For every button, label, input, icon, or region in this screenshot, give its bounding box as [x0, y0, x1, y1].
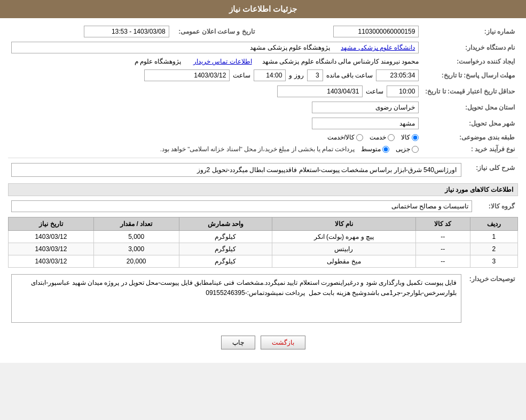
reply-time-label: ساعت	[233, 72, 250, 79]
buyer-org-value: دانشگاه علوم پزشکی مشهد پژوهشگاه علوم پز…	[8, 40, 422, 56]
table-header-row: ردیف کد کالا نام کالا واحد شمارش تعداد /…	[9, 217, 518, 231]
reply-deadline-label: مهلت ارسال پاسخ: تا تاریخ:	[422, 67, 518, 83]
category-goods-radio[interactable]	[412, 134, 419, 141]
cell-product-code: --	[415, 231, 470, 243]
delivery-city-label: شهر محل تحویل:	[422, 115, 518, 131]
cell-unit: کیلوگرم	[179, 231, 272, 243]
category-goods-option[interactable]: کالا	[401, 134, 419, 141]
cell-product-name: میخ مقطولی	[272, 255, 415, 268]
cell-unit: کیلوگرم	[179, 243, 272, 255]
row-requester: ایجاد کننده درخواست: محمود نیرومند کارشن…	[8, 56, 518, 67]
cell-quantity: 20,000	[93, 255, 179, 268]
row-goods-group: گروه کالا: تاسیسات و مصالح ساختمانی	[8, 198, 518, 214]
delivery-province-value: خراسان رضوی	[8, 99, 422, 115]
page-wrapper: جزئیات اطلاعات نیاز شماره نیاز: 11030000…	[0, 0, 526, 363]
table-row: 3 -- میخ مقطولی کیلوگرم 20,000 1403/03/1…	[9, 255, 518, 268]
price-time-label: ساعت	[366, 88, 383, 95]
goods-info-section: اطلاعات کالاهای مورد نیاز گروه کالا: تاس…	[8, 183, 518, 268]
reply-remaining-box: 23:05:34	[376, 69, 419, 81]
cell-row-num: 2	[470, 243, 517, 255]
col-need-date: تاریخ نیاز	[9, 217, 94, 231]
main-content: شماره نیاز: 1103000060000159 تاریخ و ساع…	[0, 18, 526, 363]
process-label: نوع فرآیند خرید :	[422, 143, 518, 155]
products-table: ردیف کد کالا نام کالا واحد شمارش تعداد /…	[8, 217, 518, 268]
table-row: 1 -- پیچ و مهره (بولت) انکر کیلوگرم 5,00…	[9, 231, 518, 243]
process-medium-option[interactable]: متوسط	[361, 145, 389, 153]
category-goods-label: کالا	[401, 134, 410, 141]
row-delivery-province: استان محل تحویل: خراسان رضوی	[8, 99, 518, 115]
reply-days-label: روز و	[289, 72, 303, 79]
print-button[interactable]: چاپ	[221, 336, 255, 349]
cell-row-num: 3	[470, 255, 517, 268]
buyer-org-label: نام دستگاه خریدار:	[422, 40, 518, 56]
row-process-type: نوع فرآیند خرید : جزیی متوسط	[8, 143, 518, 155]
need-summary-label: شرح کلی نیاز:	[465, 161, 518, 179]
page-header: جزئیات اطلاعات نیاز	[0, 0, 526, 18]
back-button[interactable]: بازگشت	[261, 336, 305, 349]
need-number-box: 1103000060000159	[333, 26, 419, 37]
col-unit: واحد شمارش	[179, 217, 272, 231]
row-buyer-notes: توصیحات خریدار:	[8, 272, 518, 326]
cell-quantity: 3,000	[93, 243, 179, 255]
buyer-org-box: دانشگاه علوم پزشکی مشهد پژوهشگاه علوم پز…	[11, 42, 419, 53]
category-both-radio[interactable]	[356, 134, 363, 141]
process-partial-option[interactable]: جزیی	[396, 145, 419, 153]
need-summary-value: اورژانس540 شرق-ابزار براساس مشخصات پیوست…	[8, 161, 465, 179]
reply-time-box: 14:00	[254, 69, 286, 81]
buyer-notes-textarea[interactable]	[11, 274, 461, 323]
col-quantity: تعداد / مقدار	[93, 217, 179, 231]
goods-group-box: تاسیسات و مصالح ساختمانی	[11, 200, 472, 212]
buyer-notes-table: توصیحات خریدار:	[8, 272, 518, 326]
delivery-city-box: مشهد	[312, 118, 419, 129]
col-product-name: نام کالا	[272, 217, 415, 231]
buyer-notes-label: توصیحات خریدار:	[465, 272, 518, 326]
category-both-option[interactable]: کالا/خدمت	[327, 134, 363, 141]
reply-days-box: 3	[307, 69, 323, 81]
price-date-box: 1403/04/31	[277, 85, 363, 97]
cell-product-code: --	[415, 255, 470, 268]
need-summary-box: اورژانس540 شرق-ابزار براساس مشخصات پیوست…	[11, 163, 461, 177]
cell-row-num: 1	[470, 231, 517, 243]
process-value: جزیی متوسط پرداخت تمام یا بخشی از مبلغ خ…	[8, 143, 422, 155]
delivery-province-box: خراسان رضوی	[312, 102, 419, 113]
goods-group-table: گروه کالا: تاسیسات و مصالح ساختمانی	[8, 198, 518, 214]
info-table: شماره نیاز: 1103000060000159 تاریخ و ساع…	[8, 24, 518, 155]
goods-info-header: اطلاعات کالاهای مورد نیاز	[8, 183, 518, 196]
requester-value: محمود نیرومند کارشناس مالی دانشگاه علوم …	[8, 56, 422, 67]
price-validity-label: حداقل تاریخ اعتبار قیمت: تا تاریخ:	[422, 83, 518, 99]
cell-quantity: 5,000	[93, 231, 179, 243]
table-row: 2 -- رابیتس کیلوگرم 3,000 1403/03/12	[9, 243, 518, 255]
process-medium-radio[interactable]	[382, 146, 389, 153]
cell-need-date: 1403/03/12	[9, 255, 94, 268]
announce-datetime-value: 1403/03/08 - 13:53	[8, 24, 172, 40]
need-number-value: 1103000060000159	[258, 24, 422, 40]
cell-product-code: --	[415, 243, 470, 255]
header-title: جزئیات اطلاعات نیاز	[229, 4, 297, 13]
category-service-option[interactable]: خدمت	[370, 134, 395, 141]
category-service-radio[interactable]	[388, 134, 395, 141]
row-need-summary: شرح کلی نیاز: اورژانس540 شرق-ابزار براسا…	[8, 161, 518, 179]
cell-product-name: رابیتس	[272, 243, 415, 255]
goods-group-label: گروه کالا:	[475, 198, 518, 214]
delivery-city-value: مشهد	[8, 115, 422, 131]
products-table-wrapper: ردیف کد کالا نام کالا واحد شمارش تعداد /…	[8, 217, 518, 268]
col-row-num: ردیف	[470, 217, 517, 231]
requester-contact-link[interactable]: اطلاعات تماس خریدار	[193, 58, 252, 65]
announce-datetime-box: 1403/03/08 - 13:53	[84, 26, 169, 37]
footer-buttons: بازگشت چاپ	[8, 329, 518, 357]
row-category: طبقه بندی موضوعی: کالا خدمت	[8, 131, 518, 143]
process-partial-radio[interactable]	[412, 146, 419, 153]
row-need-number: شماره نیاز: 1103000060000159 تاریخ و ساع…	[8, 24, 518, 40]
reply-deadline-value: 1403/03/12 ساعت 14:00 روز و 3 ساعت باقی …	[8, 67, 422, 83]
row-price-validity: حداقل تاریخ اعتبار قیمت: تا تاریخ: 1403/…	[8, 83, 518, 99]
cell-unit: کیلوگرم	[179, 255, 272, 268]
col-product-code: کد کالا	[415, 217, 470, 231]
category-both-label: کالا/خدمت	[327, 134, 355, 141]
buyer-notes-value	[8, 272, 465, 326]
price-validity-value: 1403/04/31 ساعت 10:00	[8, 83, 422, 99]
cell-need-date: 1403/03/12	[9, 231, 94, 243]
category-service-label: خدمت	[370, 134, 386, 141]
process-medium-label: متوسط	[361, 145, 381, 153]
price-time-box: 10:00	[387, 85, 419, 97]
reply-remaining-label: ساعت باقی مانده	[326, 72, 373, 79]
